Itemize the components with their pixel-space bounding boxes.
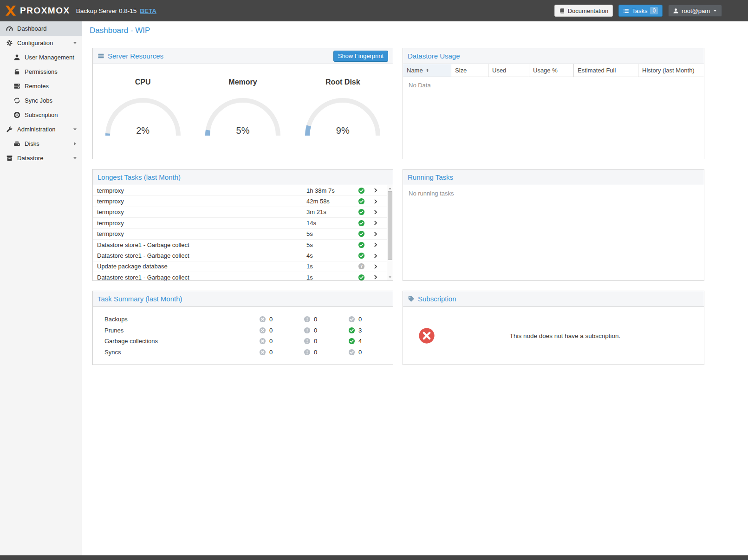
- scrollbar-thumb[interactable]: [388, 191, 392, 260]
- check-circle-icon: [358, 274, 365, 280]
- sidebar-item-subscription[interactable]: Subscription: [0, 108, 82, 122]
- task-row[interactable]: Datastore store1 - Garbage collect 4s: [93, 250, 387, 261]
- column-header-name[interactable]: Name: [403, 64, 451, 77]
- open-task-chevron-icon[interactable]: [369, 209, 383, 215]
- warning-circle-icon: [304, 338, 311, 345]
- tasks-count-badge: 0: [650, 7, 658, 14]
- check-circle-icon: [358, 230, 365, 237]
- datastore-usage-header: Datastore Usage: [403, 48, 704, 64]
- wrench-icon: [6, 126, 13, 133]
- check-circle-icon: [358, 208, 365, 215]
- user-icon: [673, 8, 679, 14]
- summary-row-syncs: Syncs 0 0 0: [104, 347, 393, 358]
- task-row[interactable]: Update package database 1s: [93, 261, 387, 272]
- page-title: Dashboard - WIP: [90, 26, 150, 35]
- error-circle-icon: [259, 316, 266, 323]
- task-row[interactable]: termproxy 3m 21s: [93, 207, 387, 218]
- task-row[interactable]: Datastore store1 - Garbage collect 1s: [93, 272, 387, 280]
- datastore-usage-title: Datastore Usage: [408, 52, 460, 60]
- beta-link[interactable]: BETA: [140, 7, 156, 14]
- open-task-chevron-icon[interactable]: [369, 242, 383, 247]
- error-circle-icon: [259, 327, 266, 334]
- warning-circle-icon: [304, 349, 311, 356]
- sidebar-item-disks[interactable]: Disks: [0, 137, 82, 151]
- memory-gauge: Memory 5%: [193, 78, 293, 138]
- cpu-percent-value: 2%: [101, 125, 185, 136]
- longest-tasks-header: Longest Tasks (last Month): [93, 169, 393, 185]
- running-tasks-panel: Running Tasks No running tasks: [403, 169, 704, 281]
- column-header-estimated-full[interactable]: Estimated Full: [574, 64, 638, 77]
- task-row[interactable]: termproxy 42m 58s: [93, 196, 387, 207]
- datastore-usage-panel: Datastore Usage Name Size Used Usage % E…: [403, 48, 704, 159]
- check-circle-icon: [358, 187, 365, 194]
- sidebar-item-datastore[interactable]: Datastore: [0, 151, 82, 165]
- datastore-usage-column-headers: Name Size Used Usage % Estimated Full Hi…: [403, 64, 704, 77]
- sidebar-item-administration[interactable]: Administration: [0, 122, 82, 137]
- open-task-chevron-icon[interactable]: [369, 231, 383, 237]
- caret-right-icon: [72, 141, 78, 146]
- book-icon: [559, 8, 565, 14]
- root-disk-percent-value: 9%: [301, 125, 384, 136]
- user-icon: [13, 54, 20, 61]
- open-task-chevron-icon[interactable]: [369, 220, 383, 226]
- memory-percent-value: 5%: [201, 125, 285, 136]
- gears-icon: [6, 39, 13, 46]
- server-resources-panel: Server Resources Show Fingerprint CPU 2%: [92, 48, 393, 159]
- sidebar-item-user-management[interactable]: User Management: [0, 50, 82, 65]
- scroll-up-icon[interactable]: [387, 186, 393, 191]
- longest-tasks-title: Longest Tasks (last Month): [98, 173, 181, 181]
- tasks-button[interactable]: Tasks 0: [618, 5, 663, 17]
- sidebar-item-permissions[interactable]: Permissions: [0, 65, 82, 79]
- check-circle-icon: [358, 220, 365, 227]
- summary-row-backups: Backups 0 0 0: [104, 314, 393, 325]
- task-row[interactable]: termproxy 14s: [93, 218, 387, 228]
- open-task-chevron-icon[interactable]: [369, 274, 383, 280]
- vertical-scrollbar[interactable]: [387, 185, 393, 280]
- brand-wordmark: PROXMOX: [20, 6, 70, 16]
- sidebar-item-dashboard[interactable]: Dashboard: [0, 21, 82, 36]
- bars-icon: [98, 52, 104, 59]
- main-content: Dashboard - WIP Server Resources Show Fi…: [82, 21, 748, 555]
- server-icon: [13, 83, 20, 90]
- running-tasks-empty-text: No running tasks: [403, 185, 704, 202]
- bottom-bar: [0, 555, 748, 560]
- scroll-down-icon[interactable]: [387, 274, 393, 280]
- times-circle-icon: [418, 327, 436, 345]
- ok-circle-icon: [348, 338, 355, 345]
- user-menu-button[interactable]: root@pam: [668, 5, 722, 17]
- column-header-history[interactable]: History (last Month): [638, 64, 704, 77]
- column-header-usage-pct[interactable]: Usage %: [529, 64, 574, 77]
- sidebar-item-configuration[interactable]: Configuration: [0, 36, 82, 50]
- task-summary-title: Task Summary (last Month): [98, 295, 182, 303]
- summary-row-prunes: Prunes 0 0 3: [104, 325, 393, 336]
- sidebar-item-sync-jobs[interactable]: Sync Jobs: [0, 93, 82, 108]
- root-disk-gauge: Root Disk 9%: [293, 78, 393, 138]
- open-task-chevron-icon[interactable]: [369, 264, 383, 269]
- column-header-size[interactable]: Size: [451, 64, 488, 77]
- task-row[interactable]: Datastore store1 - Garbage collect 5s: [93, 240, 387, 250]
- open-task-chevron-icon[interactable]: [369, 188, 383, 193]
- database-icon: [6, 155, 13, 162]
- proxmox-x-logo-icon: [5, 5, 17, 17]
- longest-tasks-list: termproxy 1h 38m 7s termproxy 42m 58s: [93, 185, 393, 280]
- summary-row-garbage-collections: Garbage collections 0 0 4: [104, 336, 393, 347]
- ok-circle-icon: [348, 316, 355, 323]
- column-header-used[interactable]: Used: [488, 64, 529, 77]
- task-row[interactable]: termproxy 5s: [93, 229, 387, 240]
- documentation-button[interactable]: Documentation: [554, 5, 613, 17]
- sync-icon: [13, 97, 20, 104]
- sidebar-item-remotes[interactable]: Remotes: [0, 79, 82, 93]
- open-task-chevron-icon[interactable]: [369, 199, 383, 204]
- resource-gauges: CPU 2% Memory: [93, 64, 393, 138]
- warning-circle-icon: [304, 316, 311, 323]
- cpu-gauge: CPU 2%: [93, 78, 193, 138]
- show-fingerprint-button[interactable]: Show Fingerprint: [333, 51, 388, 62]
- subscription-header: Subscription: [403, 291, 704, 307]
- error-circle-icon: [259, 349, 266, 356]
- task-list-icon: [623, 8, 629, 14]
- subscription-body: This node does not have a subscription.: [403, 307, 704, 365]
- task-row[interactable]: termproxy 1h 38m 7s: [93, 185, 387, 196]
- tachometer-icon: [6, 25, 13, 32]
- warning-circle-icon: [304, 327, 311, 334]
- open-task-chevron-icon[interactable]: [369, 253, 383, 259]
